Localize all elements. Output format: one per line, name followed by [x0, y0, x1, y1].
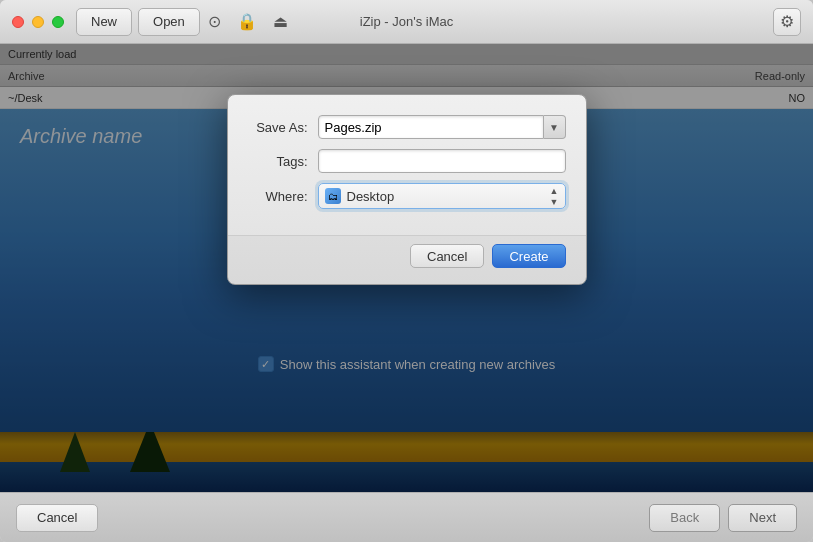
search-icon[interactable]: ⊙ [208, 12, 221, 31]
save-as-row: Save As: ▼ [248, 115, 566, 139]
dialog-content: Save As: ▼ Tags: [228, 95, 586, 235]
where-row: Where: 🗂 Desktop ▲ ▼ [248, 183, 566, 209]
gear-button[interactable]: ⚙ [773, 8, 801, 36]
close-button[interactable] [12, 16, 24, 28]
save-as-input[interactable] [318, 115, 544, 139]
minimize-button[interactable] [32, 16, 44, 28]
dialog-cancel-button[interactable]: Cancel [410, 244, 484, 268]
dialog-overlay: Save As: ▼ Tags: [0, 44, 813, 492]
tags-input[interactable] [318, 149, 566, 173]
tags-row: Tags: [248, 149, 566, 173]
tags-label: Tags: [248, 154, 318, 169]
lock-icon[interactable]: 🔒 [237, 12, 257, 31]
where-value: Desktop [347, 189, 559, 204]
title-bar: New Open ⊙ 🔒 ⏏ iZip - Jon's iMac ⚙ [0, 0, 813, 44]
save-as-dropdown-arrow[interactable]: ▼ [544, 115, 566, 139]
new-button[interactable]: New [76, 8, 132, 36]
traffic-lights [12, 16, 64, 28]
open-button[interactable]: Open [138, 8, 200, 36]
save-as-label: Save As: [248, 120, 318, 135]
toolbar-icons: ⊙ 🔒 ⏏ [208, 12, 288, 31]
window-title: iZip - Jon's iMac [360, 14, 454, 29]
back-button[interactable]: Back [649, 504, 720, 532]
content-area: Currently load Archive Read-only ~/Desk … [0, 44, 813, 492]
cancel-button[interactable]: Cancel [16, 504, 98, 532]
dialog-buttons: Cancel Create [228, 235, 586, 284]
maximize-button[interactable] [52, 16, 64, 28]
main-window: New Open ⊙ 🔒 ⏏ iZip - Jon's iMac ⚙ Curre… [0, 0, 813, 542]
toolbar-buttons: New Open [76, 8, 200, 36]
save-as-dropdown-wrap: ▼ [318, 115, 566, 139]
save-dialog: Save As: ▼ Tags: [227, 94, 587, 285]
eject-icon[interactable]: ⏏ [273, 12, 288, 31]
folder-icon: 🗂 [325, 188, 341, 204]
next-button[interactable]: Next [728, 504, 797, 532]
where-select[interactable]: 🗂 Desktop ▲ ▼ [318, 183, 566, 209]
dialog-create-button[interactable]: Create [492, 244, 565, 268]
bottom-bar: Cancel Back Next [0, 492, 813, 542]
where-chevron: ▲ ▼ [550, 186, 559, 207]
where-label: Where: [248, 189, 318, 204]
